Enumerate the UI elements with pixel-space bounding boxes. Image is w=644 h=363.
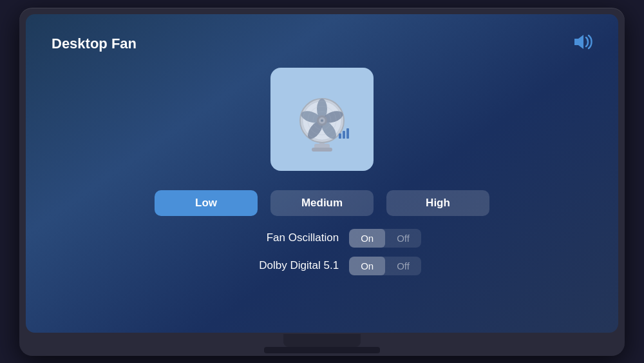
fan-oscillation-row: Fan Oscillation On Off (223, 229, 421, 248)
dolby-digital-toggle: On Off (349, 257, 421, 275)
dolby-digital-on-button[interactable]: On (349, 257, 385, 275)
tv-stand (283, 334, 361, 347)
svg-rect-18 (343, 131, 345, 139)
fan-oscillation-toggle: On Off (349, 229, 421, 248)
svg-rect-17 (339, 133, 341, 139)
speed-buttons: Low Medium High (155, 190, 489, 216)
fan-illustration (283, 81, 361, 158)
fan-oscillation-off-button[interactable]: Off (385, 229, 421, 248)
dolby-digital-row: Dolby Digital 5.1 On Off (223, 257, 421, 275)
page-title: Desktop Fan (52, 35, 137, 52)
high-speed-button[interactable]: High (386, 190, 489, 216)
svg-marker-0 (574, 35, 583, 49)
tv-base (264, 347, 380, 353)
fan-image-box (270, 68, 374, 171)
tv-frame: Desktop Fan (19, 8, 625, 356)
svg-rect-19 (346, 128, 349, 139)
svg-rect-2 (312, 148, 332, 152)
dolby-digital-off-button[interactable]: Off (385, 257, 421, 275)
medium-speed-button[interactable]: Medium (270, 190, 374, 216)
fan-oscillation-label: Fan Oscillation (223, 231, 339, 244)
low-speed-button[interactable]: Low (155, 190, 258, 216)
toggle-section: Fan Oscillation On Off Dolby Digital 5.1… (52, 229, 592, 275)
volume-icon[interactable] (572, 34, 592, 55)
svg-point-13 (321, 119, 323, 122)
controls-section: Low Medium High Fan Oscillation On Off D… (52, 190, 592, 275)
fan-image-container (52, 68, 592, 171)
dolby-digital-label: Dolby Digital 5.1 (223, 259, 339, 272)
fan-oscillation-on-button[interactable]: On (349, 229, 385, 248)
tv-screen: Desktop Fan (26, 14, 618, 333)
header: Desktop Fan (52, 34, 592, 55)
